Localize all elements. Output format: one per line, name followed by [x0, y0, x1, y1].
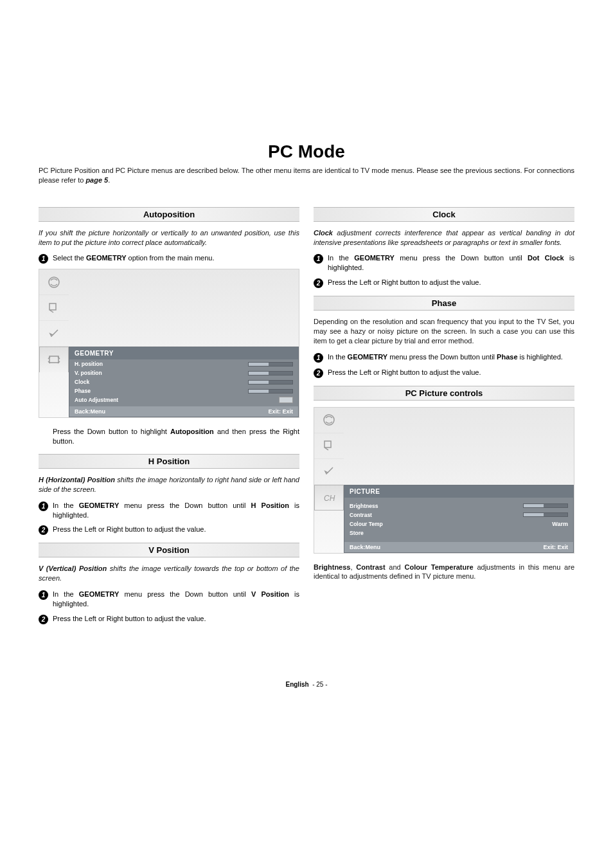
step-text: Press the Left or Right button to adjust… — [328, 368, 574, 377]
step-text: Select the — [53, 254, 86, 262]
geometry-menu-screenshot: GEOMETRY H. position V. position Clock P… — [39, 269, 299, 418]
geometry-osd-panel: GEOMETRY H. position V. position Clock P… — [69, 347, 299, 417]
osd-row-label: V. position — [75, 370, 102, 376]
hposition-step-1: 1 In the GEOMETRY menu press the Down bu… — [39, 501, 299, 520]
phase-step-1: 1 In the GEOMETRY menu press the Down bu… — [314, 352, 574, 363]
step-bold: GEOMETRY — [354, 254, 395, 262]
section-clock: Clock — [314, 207, 574, 222]
osd-row-label: Colour Temp — [350, 521, 383, 527]
geometry-osd-title: GEOMETRY — [69, 347, 298, 359]
vposition-step-1: 1 In the GEOMETRY menu press the Down bu… — [39, 590, 299, 609]
footnote-bold: Brightness — [314, 563, 350, 571]
clock-step-2: 2 Press the Left or Right button to adju… — [314, 278, 574, 288]
step-text: menu press the Down button until — [395, 254, 528, 262]
step-text: Press the Left or Right button to adjust… — [328, 278, 574, 287]
footer-language: English — [285, 681, 308, 688]
step-text: menu press the Down button until — [119, 590, 251, 598]
page-title: PC Mode — [39, 141, 574, 162]
osd-row-label: Contrast — [350, 512, 372, 518]
autoposition-desc: If you shift the picture horizontally or… — [39, 228, 299, 248]
clock-desc-rest: adjustment corrects interference that ap… — [314, 229, 574, 246]
step-number-icon: 1 — [39, 254, 48, 264]
step-text: menu press the Down button until — [119, 502, 251, 509]
phase-desc: Depending on the resolution and scan fre… — [314, 317, 574, 346]
vposition-desc-bold: V (Vertical) Position — [39, 565, 107, 572]
section-hposition: H Position — [39, 454, 299, 469]
clock-step-1: 1 In the GEOMETRY menu press the Down bu… — [314, 253, 574, 273]
step-text: Press the Left or Right button to adjust… — [53, 525, 299, 534]
picture-tab-icon — [39, 269, 69, 295]
step-number-icon: 2 — [314, 278, 323, 288]
picture-osd-title: PICTURE — [344, 485, 573, 498]
step-bold: Autoposition — [170, 428, 214, 435]
source-tab-icon: CH — [314, 485, 344, 511]
osd-row-label: Auto Adjustment — [75, 397, 118, 403]
osd-row-label: Phase — [75, 388, 91, 394]
hposition-step-2: 2 Press the Left or Right button to adju… — [39, 525, 299, 535]
section-phase: Phase — [314, 296, 574, 311]
footnote-sep: and — [386, 563, 405, 571]
osd-exit-label: Exit: Exit — [268, 408, 293, 415]
footnote-bold: Colour Temperature — [405, 563, 474, 571]
step-text: option from the main menu. — [127, 254, 215, 262]
right-column: Clock Clock adjustment corrects interfer… — [314, 199, 574, 629]
step-bold: Phase — [497, 353, 517, 361]
picture-tab-icon — [314, 408, 344, 433]
feature-tab-icon — [314, 433, 344, 459]
step-text: In the — [328, 254, 354, 262]
step-text: Press the Down button to highlight — [53, 428, 170, 435]
geometry-tab-icon — [39, 347, 69, 372]
step-text: In the — [328, 353, 348, 361]
step-number-icon: 1 — [314, 353, 323, 363]
ok-icon — [279, 397, 293, 403]
left-column: Autoposition If you shift the picture ho… — [39, 199, 299, 629]
picture-menu-screenshot: CH PICTURE Brightness Contrast Colour Te… — [314, 407, 574, 554]
svg-text:CH: CH — [324, 494, 335, 503]
phase-step-2: 2 Press the Left or Right button to adju… — [314, 368, 574, 378]
step-bold: GEOMETRY — [79, 502, 120, 509]
vposition-desc: V (Vertical) Position shifts the image v… — [39, 564, 299, 583]
step-number-icon: 2 — [39, 525, 48, 535]
picture-osd-panel: PICTURE Brightness Contrast Colour TempW… — [344, 485, 574, 553]
osd-row-label: Clock — [75, 379, 89, 385]
osd-exit-label: Exit: Exit — [543, 544, 568, 550]
step-bold: GEOMETRY — [79, 590, 120, 598]
intro-page-ref: page 5 — [85, 176, 108, 184]
step-bold: GEOMETRY — [86, 254, 127, 262]
intro-text: PC Picture Position and PC Picture menus… — [39, 166, 574, 185]
section-autoposition: Autoposition — [39, 207, 299, 222]
clock-desc-bold: Clock — [314, 229, 333, 237]
step-text: Press the Left or Right button to adjust… — [53, 614, 299, 624]
vposition-step-2: 2 Press the Left or Right button to adju… — [39, 614, 299, 624]
osd-back-label: Back:Menu — [350, 544, 380, 550]
install-tab-icon — [39, 321, 69, 347]
intro-plain: PC Picture Position and PC Picture menus… — [39, 167, 574, 184]
osd-row-label: H. position — [75, 361, 103, 367]
footnote-sep: , — [350, 563, 356, 571]
step-bold: Dot Clock — [528, 254, 564, 262]
step-bold: V Position — [251, 590, 289, 598]
step-number-icon: 1 — [39, 502, 48, 511]
section-pc-picture: PC Picture controls — [314, 386, 574, 401]
svg-rect-1 — [49, 356, 58, 363]
step-text: In the — [53, 502, 79, 509]
footnote-bold: Contrast — [356, 563, 385, 571]
osd-back-label: Back:Menu — [75, 408, 105, 415]
step-bold: GEOMETRY — [348, 353, 388, 361]
step-text: In the — [53, 590, 79, 598]
step-bold: H Position — [251, 502, 289, 509]
section-vposition: V Position — [39, 543, 299, 557]
page-footer: English - 25 - — [39, 681, 574, 688]
autoposition-step-1: 1 Select the GEOMETRY option from the ma… — [39, 253, 299, 264]
footer-page-number: - 25 - — [312, 681, 327, 688]
intro-end: . — [108, 176, 110, 184]
step-text: is highlighted. — [518, 353, 563, 361]
autoposition-step-2: 2 Press the Down button to highlight Aut… — [39, 427, 299, 446]
hposition-desc-bold: H (Horizontal) Position — [39, 476, 115, 484]
pc-picture-footnote: Brightness, Contrast and Colour Temperat… — [314, 563, 574, 582]
step-number-icon: 1 — [39, 590, 48, 600]
hposition-desc: H (Horizontal) Position shifts the image… — [39, 475, 299, 494]
install-tab-icon — [314, 459, 344, 485]
osd-row-label: Store — [350, 530, 364, 536]
clock-desc: Clock adjustment corrects interference t… — [314, 228, 574, 248]
